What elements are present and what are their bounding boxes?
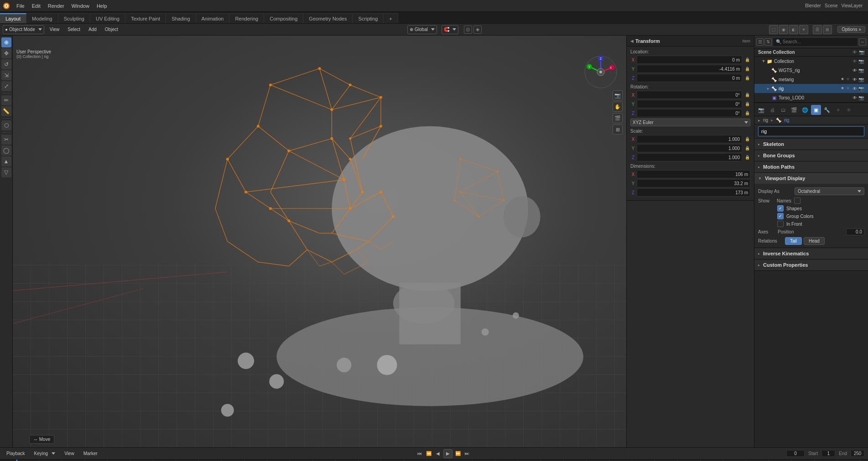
sort-btn[interactable]: ⇅ <box>764 38 772 46</box>
dim-x-input[interactable] <box>637 170 750 178</box>
metarig-icon2[interactable]: ★ <box>841 77 846 82</box>
tool-inset[interactable]: ▽ <box>1 167 11 177</box>
collection-eye-icon[interactable]: 👁 <box>852 58 858 64</box>
tab-modeling[interactable]: Modeling <box>26 13 58 23</box>
marker-menu[interactable]: Marker <box>81 448 100 460</box>
transform-dropdown[interactable]: ⊕ Global <box>407 25 437 34</box>
shading-wire[interactable]: ⬚ <box>769 25 778 34</box>
rotation-mode-select[interactable]: XYZ Euler <box>630 119 750 126</box>
tab-shading[interactable]: Shading <box>166 13 196 23</box>
head-button[interactable]: Head <box>804 237 825 245</box>
props-tab-object[interactable]: ▣ <box>811 105 821 115</box>
proportional2-btn[interactable]: ◈ <box>473 26 482 34</box>
header-object[interactable]: Object <box>102 24 121 36</box>
frame-next-btn[interactable]: ⏩ <box>454 450 462 457</box>
tab-rendering[interactable]: Rendering <box>229 13 264 23</box>
bone-groups-header[interactable]: ▸ Bone Groups <box>754 150 868 161</box>
tool-object-add[interactable]: ⬡ <box>1 120 11 130</box>
viewport-display-header[interactable]: ▼ Viewport Display <box>754 173 868 184</box>
motion-paths-header[interactable]: ▸ Motion Paths <box>754 161 868 172</box>
start-frame-input[interactable] <box>821 450 835 457</box>
torso-render[interactable]: 📷 <box>858 94 864 101</box>
frame-prev-btn[interactable]: ⏪ <box>425 450 432 457</box>
props-tab-output[interactable]: 🖨 <box>767 105 777 115</box>
tool-cursor[interactable]: ⊕ <box>1 37 11 47</box>
wgts-render[interactable]: 📷 <box>858 67 864 73</box>
scale-y-lock[interactable]: 🔒 <box>744 145 750 151</box>
tool-smooth[interactable]: ◯ <box>1 145 11 155</box>
torso-eye[interactable]: 👁 <box>852 94 858 101</box>
item-wgts-rig[interactable]: ▸ 🦴 WGTS_rig 👁 📷 <box>754 66 868 75</box>
collection-item-root[interactable]: ▼ 📁 Collection 👁 📷 <box>754 57 868 66</box>
dim-y-input[interactable] <box>637 179 750 187</box>
wgts-eye[interactable]: 👁 <box>852 67 858 73</box>
header-view[interactable]: View <box>47 24 62 36</box>
props-tab-modifier[interactable]: 🔧 <box>822 105 832 115</box>
options-btn[interactable]: Options » <box>837 26 865 33</box>
menu-file[interactable]: File <box>13 2 28 10</box>
menu-help[interactable]: Help <box>93 2 111 10</box>
tool-extrude[interactable]: ▲ <box>1 156 11 166</box>
tool-scale[interactable]: ⇲ <box>1 70 11 80</box>
scale-x-input[interactable] <box>637 135 742 143</box>
rig-icon2[interactable]: ★ <box>841 86 846 91</box>
in-front-checkbox[interactable] <box>777 221 784 227</box>
tab-animation[interactable]: Animation <box>196 13 230 23</box>
metarig-icon3[interactable]: ☆ <box>846 77 852 82</box>
location-y-lock[interactable]: 🔒 <box>744 66 750 72</box>
metarig-render[interactable]: 📷 <box>858 76 864 83</box>
play-reverse-btn[interactable]: ◀ <box>434 450 442 457</box>
timeline-scrubber[interactable]: 0 0 50 100 150 200 250 <box>0 459 868 461</box>
rig-eye[interactable]: 👁 <box>852 85 858 92</box>
shading-rendered[interactable]: ☀ <box>799 25 808 34</box>
playback-menu[interactable]: Playback <box>4 448 28 460</box>
options-button[interactable]: Options » <box>837 26 865 33</box>
rig-render[interactable]: 📷 <box>858 85 864 92</box>
props-tab-particles[interactable]: ✧ <box>833 105 843 115</box>
rotation-x-input[interactable] <box>637 91 742 99</box>
bone-path-rig1[interactable]: rig <box>763 118 768 123</box>
shading-material[interactable]: ◐ <box>789 25 798 34</box>
skeleton-header[interactable]: ▸ Skeleton <box>754 139 868 150</box>
object-name-input[interactable] <box>758 126 864 136</box>
scale-z-lock[interactable]: 🔒 <box>744 154 750 161</box>
tab-uv-editing[interactable]: UV Editing <box>90 13 125 23</box>
props-tab-render[interactable]: 📷 <box>756 105 766 115</box>
rotation-y-input[interactable] <box>637 100 742 108</box>
item-torso-lod[interactable]: ▸ ▣ Torso_LOD0 👁 📷 <box>754 93 868 102</box>
frame-end-btn[interactable]: ⏭ <box>463 450 471 457</box>
rotation-y-lock[interactable]: 🔒 <box>744 101 750 107</box>
menu-window[interactable]: Window <box>68 2 93 10</box>
tail-button[interactable]: Tail <box>785 237 802 245</box>
tab-add[interactable]: + <box>384 13 398 23</box>
overlay-btn[interactable]: ☰ <box>813 25 822 34</box>
location-x-input[interactable] <box>637 56 742 64</box>
gizmo-btn[interactable]: ⊞ <box>823 25 832 34</box>
props-tab-scene[interactable]: 🎬 <box>789 105 799 115</box>
grid-btn[interactable]: ⊞ <box>613 124 623 135</box>
scale-x-lock[interactable]: 🔒 <box>744 136 750 142</box>
custom-props-header[interactable]: ▸ Custom Properties <box>754 259 868 270</box>
location-y-input[interactable] <box>637 65 742 73</box>
tool-measure[interactable]: 📏 <box>1 106 11 116</box>
filter-btn[interactable]: ☰ <box>756 38 764 46</box>
location-x-lock[interactable]: 🔒 <box>744 57 750 63</box>
names-checkbox[interactable] <box>794 197 800 204</box>
end-frame-input[interactable] <box>851 450 864 457</box>
location-z-input[interactable] <box>637 74 742 82</box>
rotation-z-input[interactable] <box>637 109 742 117</box>
props-tab-world[interactable]: 🌐 <box>800 105 810 115</box>
rotation-x-lock[interactable]: 🔒 <box>744 92 750 98</box>
rig-icon3[interactable]: ☆ <box>846 86 852 91</box>
collection-render-icon[interactable]: 📷 <box>858 58 864 64</box>
tab-geometry-nodes[interactable]: Geometry Nodes <box>303 13 353 23</box>
group-colors-checkbox[interactable]: ✓ <box>777 213 784 219</box>
item-rig[interactable]: ▸ 🦴 rig ★ ☆ 👁 📷 <box>754 84 868 93</box>
scene-render-icon[interactable]: 📷 <box>859 50 864 55</box>
tool-transform[interactable]: ⤢ <box>1 81 11 91</box>
mode-dropdown[interactable]: ● Object Mode <box>3 25 44 34</box>
frame-start-btn[interactable]: ⏮ <box>416 450 423 457</box>
scale-y-input[interactable] <box>637 144 742 152</box>
dim-z-input[interactable] <box>637 188 750 197</box>
ik-header[interactable]: ▸ Inverse Kinematics <box>754 248 868 259</box>
